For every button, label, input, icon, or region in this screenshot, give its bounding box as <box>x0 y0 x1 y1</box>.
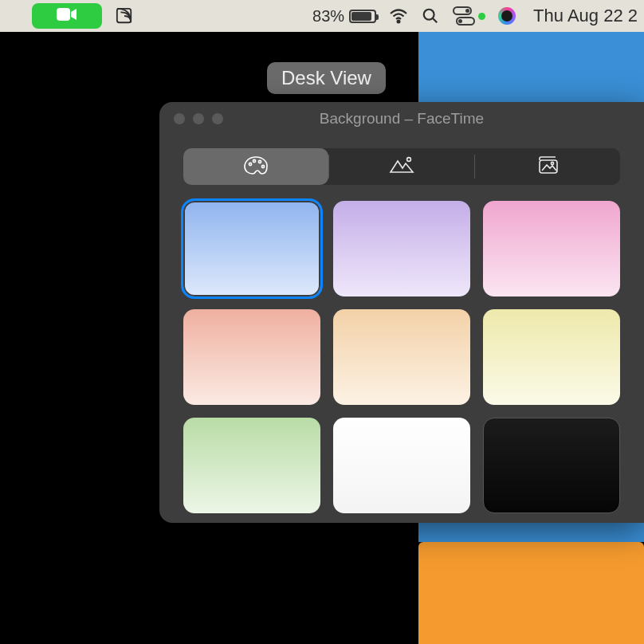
svg-rect-0 <box>57 8 70 21</box>
screen-mirroring-icon[interactable] <box>115 6 134 26</box>
swatch-peach[interactable] <box>333 309 470 405</box>
swatch-black[interactable] <box>483 418 620 513</box>
svg-point-3 <box>424 10 434 20</box>
camera-in-use-indicator <box>478 13 485 20</box>
siri-icon[interactable] <box>498 7 516 25</box>
minimize-button[interactable] <box>193 113 204 124</box>
svg-point-2 <box>398 21 400 23</box>
swatch-white[interactable] <box>333 418 470 513</box>
zoom-button[interactable] <box>212 113 223 124</box>
tab-photos[interactable] <box>475 148 620 185</box>
tab-colors[interactable] <box>183 148 328 185</box>
menubar-datetime[interactable]: Thu Aug 22 2 <box>533 6 638 26</box>
swatch-coral[interactable] <box>183 309 320 405</box>
background-category-tabs <box>183 148 620 185</box>
svg-point-5 <box>249 163 251 165</box>
background-picker-window: Background – FaceTime <box>159 102 644 523</box>
video-camera-icon <box>57 7 77 25</box>
wifi-icon[interactable] <box>389 6 408 26</box>
swatch-yellow[interactable] <box>483 309 620 405</box>
window-title: Background – FaceTime <box>159 110 644 128</box>
swatch-green[interactable] <box>183 418 320 513</box>
menubar: 83% Thu Aug 22 2 <box>0 0 644 32</box>
photo-library-icon <box>534 155 561 179</box>
tab-wallpapers[interactable] <box>329 148 474 185</box>
spotlight-search-icon[interactable] <box>421 6 440 26</box>
svg-point-8 <box>261 165 264 167</box>
svg-point-9 <box>407 158 411 162</box>
battery-icon <box>349 10 376 23</box>
svg-point-11 <box>551 162 553 164</box>
swatch-pink[interactable] <box>483 201 620 296</box>
battery-status[interactable]: 83% <box>312 7 376 26</box>
window-titlebar[interactable]: Background – FaceTime <box>159 102 644 135</box>
svg-line-4 <box>433 18 438 23</box>
swatch-purple[interactable] <box>333 201 470 296</box>
palette-icon <box>242 155 269 179</box>
mountains-icon <box>388 155 415 179</box>
svg-point-7 <box>258 160 261 163</box>
control-center-icon[interactable] <box>453 6 472 26</box>
swatch-blue[interactable] <box>183 201 320 296</box>
facetime-active-indicator[interactable] <box>32 3 102 29</box>
window-traffic-lights <box>159 113 223 124</box>
color-swatch-grid <box>159 201 644 531</box>
svg-point-6 <box>253 159 255 162</box>
close-button[interactable] <box>174 113 185 124</box>
battery-percent-label: 83% <box>312 7 344 26</box>
desktop-background-orange <box>418 542 644 644</box>
desk-view-button[interactable]: Desk View <box>267 62 386 94</box>
